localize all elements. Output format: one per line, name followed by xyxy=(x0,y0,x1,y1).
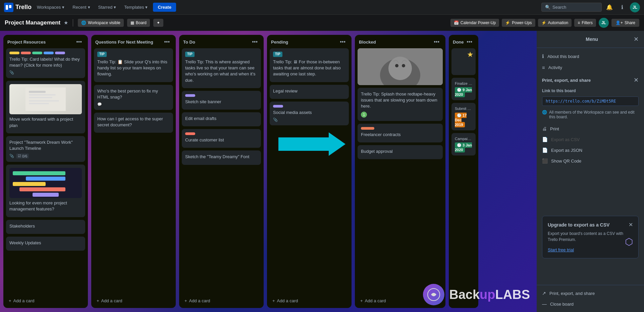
board-link-box[interactable]: https://trello.com/b/ZiMDt5RE xyxy=(542,97,639,106)
trello-logo[interactable]: Trello xyxy=(4,3,32,12)
create-button[interactable]: Create xyxy=(153,3,176,12)
svg-point-11 xyxy=(395,64,398,67)
card-stakeholders[interactable]: Stakeholders xyxy=(6,220,85,234)
column-menu-button-done[interactable]: ••• xyxy=(465,38,474,46)
card-title-weekly-updates: Weekly Updates xyxy=(9,240,82,246)
card-freelancer[interactable]: Freelancer contracts xyxy=(358,124,443,142)
card-more-features[interactable]: Looking for even more project management… xyxy=(6,165,85,217)
menu-item-activity[interactable]: ≡ Activity xyxy=(537,62,644,73)
notifications-icon[interactable]: 🔔 xyxy=(604,2,614,12)
workspace-visible-button[interactable]: 🌐 Workspace visible xyxy=(78,19,123,27)
card-campaign-proposal[interactable]: Campaign Proposal 🕐 3 Jan 2020 xyxy=(451,133,476,155)
column-cards-questions: TIP Trello Tip: 📋 Slide your Q's into th… xyxy=(91,48,176,296)
card-labels-tip[interactable]: Trello Tip: Card labels! What do they me… xyxy=(6,48,85,78)
add-card-button-pending[interactable]: + Add a card xyxy=(270,296,349,305)
recent-menu[interactable]: Recent ▾ xyxy=(70,3,93,11)
add-card-button-project-resources[interactable]: + Add a card xyxy=(6,296,85,305)
card-title-stakeholders: Stakeholders xyxy=(9,223,82,229)
divider xyxy=(73,19,73,26)
calendar-icon: 📅 xyxy=(454,20,459,25)
calendar-powerup-button[interactable]: 📅 Calendar Power-Up xyxy=(450,19,499,27)
column-menu-button-blocked[interactable]: ••• xyxy=(432,38,441,46)
card-pending-tip[interactable]: TIP Trello Tip: 🖥 For those in-between t… xyxy=(270,48,349,82)
automation-button[interactable]: ⚡ Automation xyxy=(538,19,572,27)
menu-item-about[interactable]: ℹ About this board xyxy=(537,51,644,62)
column-menu-button-pending[interactable]: ••• xyxy=(338,38,347,46)
add-card-button-questions[interactable]: + Add a card xyxy=(94,296,173,305)
board-title: Project Management xyxy=(5,19,60,26)
card-sketch-font[interactable]: Sketch the "Teamy Dreamy" Font xyxy=(182,150,261,165)
card-sketch-banner[interactable]: Sketch site banner xyxy=(182,91,261,110)
card-slide-tip[interactable]: TIP Trello Tip: 📋 Slide your Q's into th… xyxy=(94,48,173,82)
column-cards-blocked: Trello Tip: Splash those redtape-heavy i… xyxy=(355,48,445,296)
search-box[interactable]: 🔍 Search xyxy=(541,3,602,12)
card-curate-list[interactable]: Curate customer list xyxy=(182,129,261,148)
filters-button[interactable]: ≡ Filters xyxy=(574,19,596,27)
templates-menu[interactable]: Templates ▾ xyxy=(121,3,150,11)
star-button[interactable]: ★ xyxy=(64,20,68,26)
starred-menu[interactable]: Starred ▾ xyxy=(96,3,119,11)
menu-action-print[interactable]: 🖨 Print xyxy=(537,123,644,134)
card-title-legal-review: Legal review xyxy=(273,88,345,94)
user-avatar[interactable]: JL xyxy=(630,2,640,12)
label-yellow xyxy=(9,52,19,54)
automation-icon: ⚡ xyxy=(541,20,546,25)
customize-button[interactable]: ✦ xyxy=(153,19,163,27)
powerup-icon: ⚡ xyxy=(505,20,510,25)
column-menu-button-todo[interactable]: ••• xyxy=(250,38,260,46)
column-menu-button-questions[interactable]: ••• xyxy=(162,38,172,46)
card-budget[interactable]: Budget approval xyxy=(358,145,443,159)
card-submit-q1[interactable]: Submit Q1 report 🕐 17 Dec 2019 xyxy=(451,103,476,130)
share-button[interactable]: 👤+ Share xyxy=(611,19,639,27)
card-blocked-tip[interactable]: Trello Tip: Splash those redtape-heavy i… xyxy=(358,88,443,121)
right-menu: Menu ✕ ℹ About this board ≡ Activity Pri… xyxy=(537,31,644,312)
user-avatar-board[interactable]: JL xyxy=(599,18,609,28)
card-secret-doc[interactable]: How can I get access to the super secret… xyxy=(94,113,173,133)
header-right: 📅 Calendar Power-Up ⚡ Power-Ups ⚡ Automa… xyxy=(450,18,639,28)
card-weekly-updates[interactable]: Weekly Updates xyxy=(6,237,85,251)
card-move-work[interactable]: Move work forward with a project plan xyxy=(6,81,85,133)
svg-rect-4 xyxy=(29,94,56,96)
card-cat[interactable] xyxy=(358,48,443,85)
card-labels-social xyxy=(273,105,345,108)
card-done-tip[interactable]: ★ xyxy=(451,48,476,75)
card-edit-email[interactable]: Edit email drafts xyxy=(182,112,261,126)
powerups-button[interactable]: ⚡ Power-Ups xyxy=(502,19,535,27)
menu-close-button[interactable]: ✕ xyxy=(634,36,639,43)
card-labels-slide: TIP xyxy=(97,52,170,57)
column-menu-button-project-resources[interactable]: ••• xyxy=(74,38,84,46)
plus-icon-todo: + xyxy=(184,298,187,303)
menu-action-close-board[interactable]: — Close board xyxy=(537,299,644,309)
menu-action-qr-code[interactable]: ⬛ Show QR Code xyxy=(537,155,644,166)
card-social-media[interactable]: Social media assets 📎 xyxy=(270,102,349,125)
board-view-button[interactable]: ▦ Board xyxy=(127,19,150,27)
card-title-launch-timeline: Project "Teamwork Dream Work" Launch Tim… xyxy=(9,139,82,151)
menu-action-export-csv[interactable]: 📄 Export as CSV xyxy=(537,134,644,145)
info-icon[interactable]: ℹ xyxy=(617,2,627,12)
menu-action-print-export[interactable]: ↗ Print, export, and share xyxy=(537,288,644,299)
card-launch-timeline[interactable]: Project "Teamwork Dream Work" Launch Tim… xyxy=(6,136,85,162)
card-title-html-snag: Who's the best person to fix my HTML sna… xyxy=(97,88,170,100)
label-orange-curate xyxy=(185,132,195,135)
add-card-button-blocked[interactable]: + Add a card xyxy=(358,296,443,305)
column-header-done: Done ••• xyxy=(449,35,478,48)
card-todo-tip[interactable]: TIP Trello Tip: This is where assigned t… xyxy=(182,48,261,88)
workspaces-menu[interactable]: Workspaces ▾ xyxy=(34,3,67,11)
label-blue xyxy=(44,52,54,54)
card-labels-pending-tip: TIP xyxy=(273,52,345,57)
label-teal xyxy=(32,52,42,54)
card-labels xyxy=(9,52,82,54)
menu-action-export-json[interactable]: 📄 Export as JSON xyxy=(537,145,644,155)
print-export-close[interactable]: ✕ xyxy=(634,76,639,84)
board-scroll-area[interactable]: Project Resources ••• Trello Tip: Card l… xyxy=(0,31,537,312)
top-nav-right: 🔍 Search 🔔 ℹ JL xyxy=(541,2,640,12)
card-badge-q1: 🕐 17 Dec 2019 xyxy=(455,113,472,127)
card-title-sketch-font: Sketch the "Teamy Dreamy" Font xyxy=(185,154,258,160)
column-title-pending: Pending xyxy=(271,40,288,45)
timeline-bars xyxy=(13,171,78,198)
column-header-todo: To Do ••• xyxy=(179,35,264,48)
card-finalize-campaign[interactable]: Finalize Campaign Dream Work ✨ 🕐 9 Jan 2… xyxy=(451,78,476,100)
card-html-snag[interactable]: Who's the best person to fix my HTML sna… xyxy=(94,85,173,110)
add-card-button-todo[interactable]: + Add a card xyxy=(182,296,261,305)
card-legal-review[interactable]: Legal review xyxy=(270,85,349,99)
